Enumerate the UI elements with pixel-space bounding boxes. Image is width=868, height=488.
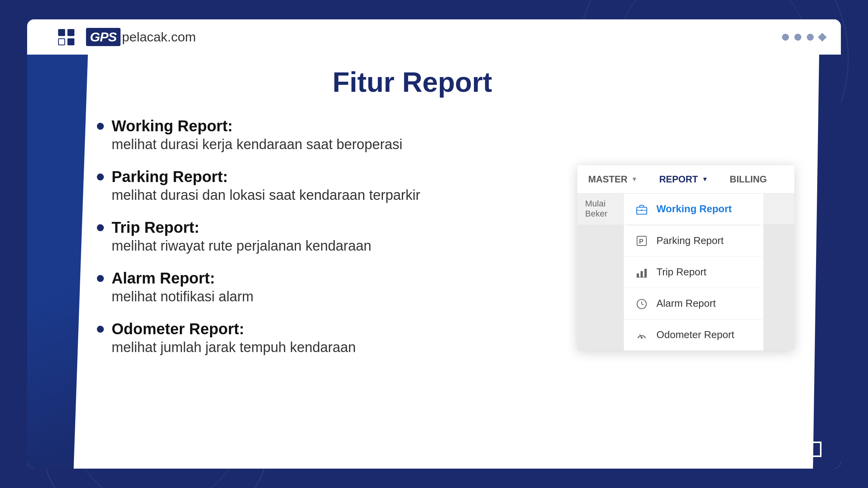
top-right-controls <box>782 34 825 41</box>
nav-item-master[interactable]: MASTER ▼ <box>577 165 648 193</box>
report-menu-items: Working Report P <box>624 194 763 351</box>
nav-item-billing[interactable]: BILLING <box>719 165 778 193</box>
grid-dot-4 <box>67 38 74 45</box>
left-content-area: Fitur Report Working Report: melihat dur… <box>27 55 546 469</box>
bullet-text-1: Working Report: melihat durasi kerja ken… <box>112 117 402 153</box>
menu-item-alarm-report[interactable]: Alarm Report <box>624 288 763 320</box>
nav-master-label: MASTER <box>588 174 627 185</box>
dot-2 <box>794 34 801 41</box>
svg-rect-6 <box>644 269 647 277</box>
bullet-dot-5 <box>97 326 104 333</box>
svg-rect-5 <box>641 271 643 277</box>
grid-dot-1 <box>58 29 65 36</box>
nav-master-arrow: ▼ <box>631 176 637 183</box>
list-item: Parking Report: melihat durasi dan lokas… <box>97 168 523 203</box>
alarm-report-icon <box>635 297 649 311</box>
working-report-label: Working Report <box>656 203 732 215</box>
bullet-title-4: Alarm Report: <box>112 270 253 287</box>
mulai-row: Mulai Beker <box>577 194 624 225</box>
page-title: Fitur Report <box>97 66 523 98</box>
right-col-top <box>763 194 794 225</box>
parking-report-icon: P <box>635 234 649 248</box>
bullet-desc-5: melihat jumlah jarak tempuh kendaraan <box>112 339 356 356</box>
dot-3 <box>807 34 814 41</box>
menu-dropdown-card: MASTER ▼ REPORT ▼ BILLING <box>577 165 794 351</box>
grid-menu-icon[interactable] <box>58 29 74 45</box>
svg-text:P: P <box>639 238 643 245</box>
menu-item-odometer-report[interactable]: Odometer Report <box>624 320 763 351</box>
grid-dot-3 <box>58 38 65 45</box>
dot-1 <box>782 34 789 41</box>
blue-right-decoration <box>810 55 841 469</box>
logo: GPS pelacak.com <box>86 28 196 46</box>
bullet-desc-4: melihat notifikasi alarm <box>112 289 253 305</box>
nav-item-report[interactable]: REPORT ▼ <box>648 165 719 193</box>
left-grey-col: Mulai Beker <box>577 194 624 351</box>
svg-point-1 <box>641 210 642 211</box>
bullet-title-3: Trip Report: <box>112 219 371 236</box>
list-item: Trip Report: melihat riwayat rute perjal… <box>97 219 523 254</box>
dropdown-content: Mulai Beker <box>577 194 794 351</box>
logo-text: pelacak.com <box>122 29 196 45</box>
slide-main-content: Fitur Report Working Report: melihat dur… <box>27 55 841 469</box>
list-item: Odometer Report: melihat jumlah jarak te… <box>97 320 523 356</box>
slide-container: GPS pelacak.com Fitur Report Working Rep… <box>27 19 841 469</box>
right-col-mid <box>763 225 794 351</box>
slide-header: GPS pelacak.com <box>27 19 841 55</box>
parking-report-label: Parking Report <box>656 235 723 247</box>
alarm-report-label: Alarm Report <box>656 297 716 309</box>
bullet-desc-3: melihat riwayat rute perjalanan kendaraa… <box>112 238 371 254</box>
feature-list: Working Report: melihat durasi kerja ken… <box>97 117 523 356</box>
list-item: Alarm Report: melihat notifikasi alarm <box>97 270 523 305</box>
right-panel: MASTER ▼ REPORT ▼ BILLING <box>546 55 841 469</box>
trip-report-label: Trip Report <box>656 266 706 278</box>
menu-item-parking-report[interactable]: P Parking Report <box>624 225 763 257</box>
bullet-dot-3 <box>97 224 104 231</box>
bullet-dot-1 <box>97 123 104 130</box>
grid-dot-2 <box>67 29 74 36</box>
mulai-text: Mulai Beker <box>577 199 624 219</box>
right-grey-col <box>763 194 794 351</box>
odometer-report-icon <box>635 328 649 342</box>
bullet-text-5: Odometer Report: melihat jumlah jarak te… <box>112 320 356 356</box>
slide-indicator <box>806 442 822 457</box>
bullet-text-3: Trip Report: melihat riwayat rute perjal… <box>112 219 371 254</box>
odometer-report-label: Odometer Report <box>656 329 734 341</box>
dot-diamond <box>818 33 827 41</box>
menu-item-trip-report[interactable]: Trip Report <box>624 257 763 288</box>
bullet-desc-2: melihat durasi dan lokasi saat kendaraan… <box>112 187 420 203</box>
bullet-title-2: Parking Report: <box>112 168 420 186</box>
trip-report-icon <box>635 265 649 279</box>
menu-item-working-report[interactable]: Working Report <box>624 194 763 225</box>
svg-rect-4 <box>637 273 639 277</box>
nav-billing-label: BILLING <box>730 174 767 185</box>
nav-report-arrow: ▼ <box>702 176 708 183</box>
nav-bar: MASTER ▼ REPORT ▼ BILLING <box>577 165 794 194</box>
logo-gps: GPS <box>86 28 121 46</box>
bullet-dot-4 <box>97 275 104 282</box>
left-col-bottom <box>577 225 624 351</box>
bullet-text-2: Parking Report: melihat durasi dan lokas… <box>112 168 420 203</box>
working-report-icon <box>635 202 649 216</box>
bullet-title-1: Working Report: <box>112 117 402 135</box>
bullet-title-5: Odometer Report: <box>112 320 356 338</box>
list-item: Working Report: melihat durasi kerja ken… <box>97 117 523 153</box>
nav-report-label: REPORT <box>659 174 698 185</box>
bullet-text-4: Alarm Report: melihat notifikasi alarm <box>112 270 253 305</box>
bullet-desc-1: melihat durasi kerja kendaraan saat bero… <box>112 136 402 153</box>
bullet-dot-2 <box>97 174 104 180</box>
